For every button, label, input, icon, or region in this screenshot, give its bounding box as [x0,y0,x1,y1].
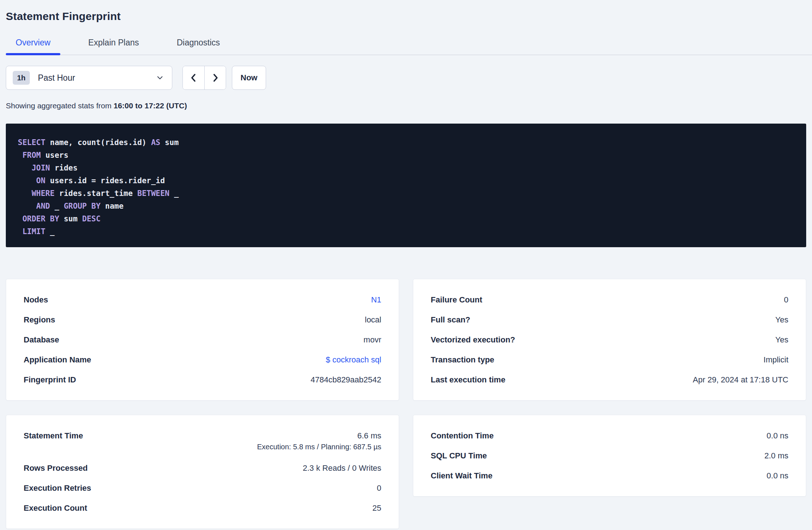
tab-bar: OverviewExplain PlansDiagnostics [6,32,812,55]
stat-label: Application Name [24,355,91,365]
sql-text [18,164,32,172]
sql-keyword: SELECT [18,138,45,147]
sql-text: _ [45,227,55,236]
stat-label: Database [24,335,59,345]
stat-value-block: 0 [784,295,788,305]
execution-attributes-card: Failure Count0Full scan?YesVectorized ex… [413,279,806,401]
stat-subvalue: Execution: 5.8 ms / Planning: 687.5 µs [257,443,381,451]
now-button[interactable]: Now [232,66,266,90]
stat-value-block: movr [363,335,381,345]
time-toolbar: 1h Past Hour Now [6,66,806,90]
sql-keyword: ON [36,176,45,185]
stat-label: Contention Time [431,431,494,441]
sql-text: sum [59,214,82,223]
time-range-badge: 1h [13,71,30,85]
stat-label: Nodes [24,295,48,305]
stat-label: Client Wait Time [431,471,493,481]
stat-value: 6.6 ms [357,430,381,441]
time-range-label: Past Hour [38,73,75,83]
stat-value-block: N1 [371,295,381,305]
stat-value-block: $ cockroach sql [326,355,381,365]
sql-text: users [41,151,68,160]
stat-value-block: 4784cb829aab2542 [310,375,381,385]
sql-line: AND _ GROUP BY name [18,200,794,213]
statement-details-card: NodesN1RegionslocalDatabasemovrApplicati… [6,279,399,401]
time-step-buttons [182,66,226,90]
stat-row-database: Databasemovr [24,330,381,350]
sql-line: WHERE rides.start_time BETWEEN _ [18,187,794,200]
stat-value: Apr 29, 2024 at 17:18 UTC [693,375,788,385]
sql-text [18,227,23,236]
stat-row-regions: Regionslocal [24,310,381,330]
stat-value: Yes [775,335,788,345]
stat-row-sql-cpu-time: SQL CPU Time2.0 ms [431,446,788,466]
summary-cards-grid: NodesN1RegionslocalDatabasemovrApplicati… [6,279,806,529]
next-range-button[interactable] [204,66,226,89]
tab-explain-plans[interactable]: Explain Plans [79,32,149,55]
stat-label: Full scan? [431,315,470,325]
sql-text: rides [50,164,78,172]
stat-value-block: local [365,315,381,325]
stat-row-application-name: Application Name$ cockroach sql [24,350,381,370]
stat-value: 0 [377,483,381,493]
stat-value: 2.0 ms [764,451,788,461]
stat-label: Statement Time [24,430,83,441]
sql-line: LIMIT _ [18,225,794,238]
stat-value: Yes [775,315,788,325]
stat-row-rows-processed: Rows Processed2.3 k Reads / 0 Writes [24,458,381,478]
stat-value-block: 6.6 msExecution: 5.8 ms / Planning: 687.… [257,430,381,451]
stat-value-block: 2.0 ms [764,451,788,461]
stat-value-block: 0.0 ns [767,431,788,441]
sql-text: users.id = rides.rider_id [45,176,165,185]
sql-text [18,151,23,160]
stat-value: local [365,315,381,325]
stat-value-block: Implicit [764,355,788,365]
stat-row-statement-time: Statement Time6.6 msExecution: 5.8 ms / … [24,426,381,458]
stat-row-failure-count: Failure Count0 [431,290,788,310]
sql-line: ON users.id = rides.rider_id [18,174,794,187]
stat-row-full-scan: Full scan?Yes [431,310,788,330]
sql-text: name [101,202,124,210]
sql-keyword: JOIN [32,164,50,172]
stat-row-vectorized-execution: Vectorized execution?Yes [431,330,788,350]
sql-text [18,176,36,185]
sql-text: _ [50,202,64,210]
wait-times-card: Contention Time0.0 nsSQL CPU Time2.0 msC… [413,415,806,497]
stat-value: 2.3 k Reads / 0 Writes [303,463,381,473]
stat-value: 0.0 ns [767,431,788,441]
sql-text [18,189,32,198]
stat-label: Execution Count [24,503,87,513]
sql-text [18,214,23,223]
stat-row-nodes: NodesN1 [24,290,381,310]
stat-row-execution-count: Execution Count25 [24,498,381,518]
page-title: Statement Fingerprint [6,0,806,23]
stat-value: Implicit [764,355,788,365]
stat-label: Regions [24,315,55,325]
tab-overview[interactable]: Overview [6,32,60,55]
time-range-dropdown[interactable]: 1h Past Hour [6,66,172,90]
sql-text: _ [169,189,178,198]
stat-value-block: 25 [373,503,381,513]
aggregated-stats-line: Showing aggregated stats from 16:00 to 1… [6,101,806,111]
sql-text [18,202,36,210]
tab-diagnostics[interactable]: Diagnostics [167,32,230,55]
stat-value-link[interactable]: N1 [371,295,381,305]
sql-keyword: WHERE [32,189,55,198]
statement-times-card: Statement Time6.6 msExecution: 5.8 ms / … [6,415,399,529]
stat-value-block: Apr 29, 2024 at 17:18 UTC [693,375,788,385]
stat-value: 0.0 ns [767,471,788,481]
stat-value: movr [363,335,381,345]
stat-label: Failure Count [431,295,482,305]
previous-range-button[interactable] [183,66,204,89]
stat-value-link[interactable]: $ cockroach sql [326,355,381,365]
stat-row-transaction-type: Transaction typeImplicit [431,350,788,370]
chevron-left-icon [189,73,198,83]
sql-text: rides.start_time [55,189,137,198]
stat-label: SQL CPU Time [431,451,487,461]
stat-label: Vectorized execution? [431,335,515,345]
stat-row-last-execution-time: Last execution timeApr 29, 2024 at 17:18… [431,370,788,390]
stat-label: Last execution time [431,375,505,385]
stat-value: 0 [784,295,788,305]
stat-value-block: Yes [775,335,788,345]
stat-row-fingerprint-id: Fingerprint ID4784cb829aab2542 [24,370,381,390]
